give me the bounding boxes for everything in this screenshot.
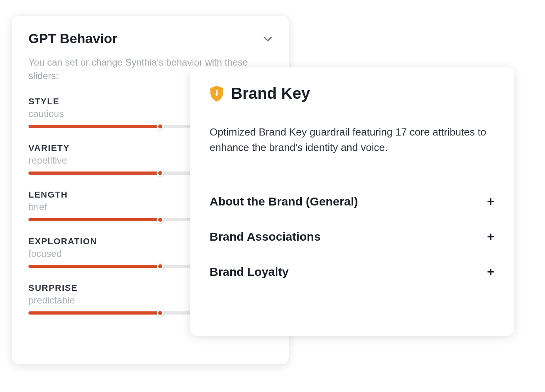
brand-title: Brand Key [231, 85, 310, 102]
slider-thumb[interactable] [157, 123, 164, 130]
accordion-item-1[interactable]: Brand Associations+ [210, 219, 494, 254]
plus-icon[interactable]: + [487, 194, 494, 209]
brand-header: Brand Key [210, 85, 494, 102]
plus-icon[interactable]: + [487, 229, 494, 244]
behavior-title: GPT Behavior [28, 31, 117, 46]
brand-description: Optimized Brand Key guardrail featuring … [210, 124, 494, 155]
slider-thumb[interactable] [157, 309, 164, 317]
slider-thumb[interactable] [157, 170, 164, 177]
slider-fill [28, 265, 160, 268]
slider-thumb[interactable] [157, 216, 164, 223]
accordion-title: Brand Loyalty [210, 265, 289, 279]
plus-icon[interactable]: + [487, 264, 494, 279]
chevron-down-icon[interactable] [263, 32, 272, 45]
accordion-item-2[interactable]: Brand Loyalty+ [210, 254, 494, 289]
shield-icon [210, 86, 224, 102]
slider-fill [28, 172, 160, 175]
accordion-title: About the Brand (General) [210, 195, 358, 208]
slider-fill [28, 218, 160, 221]
brand-key-panel: Brand Key Optimized Brand Key guardrail … [190, 67, 514, 336]
slider-fill [28, 311, 160, 315]
slider-thumb[interactable] [157, 263, 164, 270]
accordion-item-0[interactable]: About the Brand (General)+ [210, 184, 494, 219]
accordion-title: Brand Associations [210, 230, 321, 243]
behavior-header: GPT Behavior [28, 31, 272, 46]
slider-fill [28, 125, 160, 128]
